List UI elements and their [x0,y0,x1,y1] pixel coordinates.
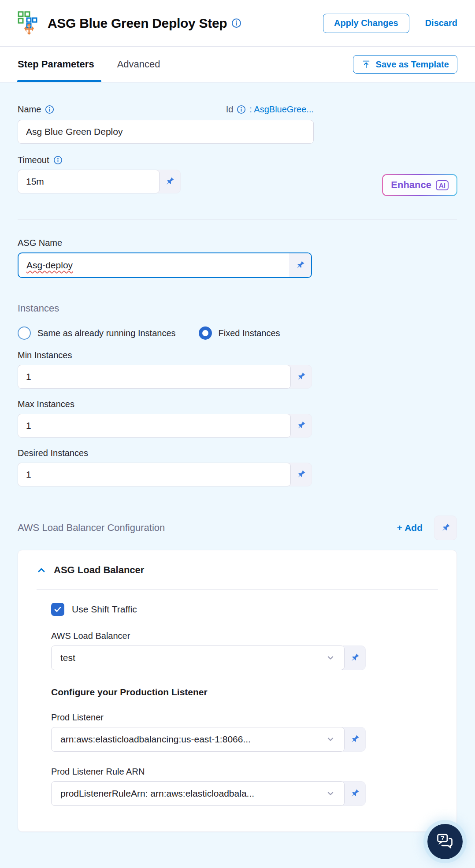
enhance-label: Enhance [391,179,431,191]
card-divider [37,589,438,590]
max-instances-label: Max Instances [18,399,457,409]
tab-bar: Step Parameters Advanced Save as Templat… [0,47,475,82]
tab-advanced[interactable]: Advanced [117,47,160,82]
desired-instances-group: Desired Instances [18,448,457,486]
asg-name-input[interactable]: Asg-deploy [19,253,289,277]
header: ASG Blue Green Deploy Step Apply Changes… [0,0,475,47]
tab-step-parameters-label: Step Parameters [18,59,94,70]
pin-icon [164,176,175,187]
name-label-wrap: Name [18,104,54,115]
prod-listener-rule-arn-select[interactable]: prodListenerRuleArn: arn:aws:elasticload… [51,781,345,806]
help-chat-button[interactable]: ? [427,824,463,859]
add-load-balancer-button[interactable]: + Add [397,523,423,533]
id-info-icon[interactable] [237,105,246,114]
radio-selected-icon [199,326,212,340]
prod-listener-rule-arn-value: prodListenerRuleArn: arn:aws:elasticload… [60,788,326,799]
configure-production-listener-heading: Configure your Production Listener [51,687,438,697]
aws-load-balancer-select[interactable]: test [51,645,345,670]
asg-load-balancer-title: ASG Load Balancer [54,564,144,576]
min-instances-group: Min Instances [18,350,457,389]
pin-icon [296,469,306,480]
prod-listener-select[interactable]: arn:aws:elasticloadbalancing:us-east-1:8… [51,727,345,752]
lb-configuration-heading: AWS Load Balancer Configuration [18,522,165,534]
pin-icon [296,420,306,431]
id-value: : AsgBlueGree... [249,104,314,115]
save-as-template-button[interactable]: Save as Template [353,55,457,74]
instances-radio-group: Same as already running Instances Fixed … [18,326,457,340]
max-instances-input[interactable] [18,414,291,438]
discard-button[interactable]: Discard [425,18,457,28]
aws-load-balancer-control: test [51,645,438,670]
upload-icon [361,59,371,69]
asg-name-pin-button[interactable] [289,253,311,277]
asg-blue-green-step-icon [18,11,41,36]
card-body: Use Shift Traffic AWS Load Balancer test [37,603,438,806]
prod-listener-control: arn:aws:elasticloadbalancing:us-east-1:8… [51,727,438,752]
prod-listener-value: arn:aws:elasticloadbalancing:us-east-1:8… [60,734,326,745]
radio-same-as-running-label: Same as already running Instances [37,328,176,338]
name-input[interactable] [18,120,314,144]
pin-icon [440,523,451,533]
min-instances-input[interactable] [18,365,291,389]
name-id-row: Name Id : AsgBlueGree... [18,104,314,115]
use-shift-traffic-checkbox-row[interactable]: Use Shift Traffic [51,603,438,616]
use-shift-traffic-label: Use Shift Traffic [72,604,137,615]
asg-load-balancer-toggle[interactable]: ASG Load Balancer [37,564,438,576]
ai-badge-icon: AI [436,180,449,190]
prod-listener-rule-arn-label: Prod Listener Rule ARN [51,767,438,777]
name-label: Name [18,104,41,115]
pin-icon [349,653,360,663]
enhance-ai-button[interactable]: Enhance AI [382,174,457,196]
id-label: Id [226,104,234,115]
svg-text:?: ? [441,835,445,842]
asg-load-balancer-card: ASG Load Balancer Use Shift Traffic AWS … [18,550,457,832]
timeout-label-wrap: Timeout [18,155,457,165]
apply-changes-button[interactable]: Apply Changes [323,14,409,33]
checkbox-checked-icon [51,603,64,616]
timeout-label: Timeout [18,155,49,165]
aws-load-balancer-value: test [60,653,326,663]
name-info-icon[interactable] [45,105,54,114]
step-info-icon[interactable] [231,18,241,28]
chevron-up-icon [37,565,46,575]
step-id-block: Id : AsgBlueGree... [226,104,314,115]
min-instances-label: Min Instances [18,350,457,360]
aws-load-balancer-label: AWS Load Balancer [51,631,438,641]
section-divider [18,219,457,219]
pin-icon [296,371,306,382]
max-instances-group: Max Instances [18,399,457,438]
radio-fixed-instances[interactable]: Fixed Instances [199,326,280,340]
lb-configuration-pin-button[interactable] [434,516,457,540]
desired-instances-input[interactable] [18,463,291,486]
save-as-template-label: Save as Template [376,59,449,70]
asg-name-value: Asg-deploy [26,260,73,271]
page-title: ASG Blue Green Deploy Step [48,16,227,31]
timeout-input[interactable] [18,170,160,193]
instances-heading: Instances [18,303,457,314]
pin-icon [295,260,305,271]
radio-fixed-instances-label: Fixed Instances [219,328,280,338]
step-parameters-panel: Enhance AI Name Id [0,82,475,832]
radio-same-as-running[interactable]: Same as already running Instances [18,326,176,340]
asg-name-group: ASG Name Asg-deploy [18,238,457,278]
asg-name-control: Asg-deploy [18,252,312,278]
pin-icon [349,734,360,745]
prod-listener-label: Prod Listener [51,712,438,723]
tab-advanced-label: Advanced [117,59,160,70]
chevron-down-icon [326,653,335,663]
lb-configuration-header: AWS Load Balancer Configuration + Add [18,516,457,540]
chevron-down-icon [326,789,335,798]
pin-icon [349,788,360,799]
timeout-info-icon[interactable] [53,156,63,165]
desired-instances-label: Desired Instances [18,448,457,458]
prod-listener-rule-arn-control: prodListenerRuleArn: arn:aws:elasticload… [51,781,438,806]
asg-name-label: ASG Name [18,238,457,248]
chevron-down-icon [326,734,335,744]
tab-step-parameters[interactable]: Step Parameters [18,47,94,82]
radio-unselected-icon [18,326,31,340]
chat-help-icon: ? [435,832,455,851]
header-actions: Apply Changes Discard [323,14,457,33]
